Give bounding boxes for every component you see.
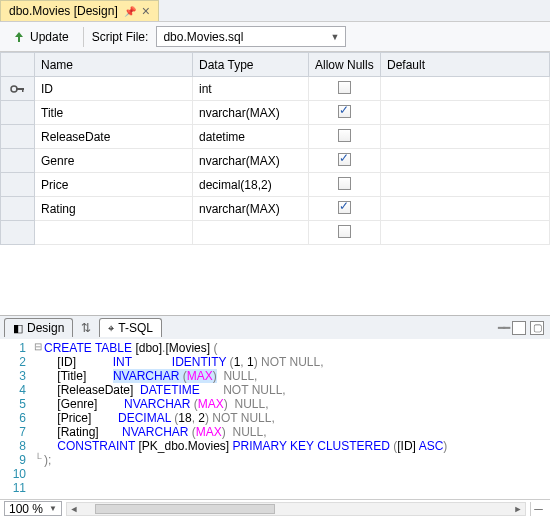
col-header-name[interactable]: Name <box>35 53 193 77</box>
checkbox[interactable] <box>338 225 351 238</box>
row-header-corner <box>1 53 35 77</box>
code-editor[interactable]: 1⊟CREATE TABLE [dbo].[Movies] ( 2 [ID] I… <box>0 339 550 499</box>
cell-default[interactable] <box>381 101 550 125</box>
cell-name[interactable]: Rating <box>35 197 193 221</box>
row-header[interactable] <box>1 77 35 101</box>
scroll-left-icon[interactable]: ◄ <box>67 504 81 514</box>
scroll-right-icon[interactable]: ► <box>511 504 525 514</box>
cell-default[interactable] <box>381 125 550 149</box>
bottom-tab-bar: ◧ Design ⇅ ⌖ T-SQL ━━ ▢ <box>0 315 550 339</box>
cell-default[interactable] <box>381 197 550 221</box>
separator <box>83 27 84 47</box>
tab-tsql-label: T-SQL <box>118 321 153 335</box>
grid-spacer <box>0 245 550 315</box>
checkbox[interactable] <box>338 177 351 190</box>
collapse-bar-icon[interactable]: ━━ <box>498 321 508 335</box>
cell-type[interactable]: nvarchar(MAX) <box>193 149 309 173</box>
grid-new-row[interactable] <box>1 221 550 245</box>
cell-nulls[interactable] <box>309 197 381 221</box>
columns-grid: Name Data Type Allow Nulls Default IDint… <box>0 52 550 245</box>
svg-rect-2 <box>22 88 24 92</box>
chevron-down-icon: ▼ <box>330 32 339 42</box>
cell-name[interactable]: Genre <box>35 149 193 173</box>
scroll-thumb[interactable] <box>95 504 275 514</box>
update-button[interactable]: Update <box>6 28 75 46</box>
script-file-dropdown[interactable]: dbo.Movies.sql ▼ <box>156 26 346 47</box>
checkbox[interactable] <box>338 201 351 214</box>
cell-type[interactable]: nvarchar(MAX) <box>193 101 309 125</box>
cell-nulls[interactable] <box>309 77 381 101</box>
cell-nulls[interactable] <box>309 101 381 125</box>
zoom-dropdown[interactable]: 100 % ▼ <box>4 501 62 516</box>
table-row[interactable]: Genrenvarchar(MAX) <box>1 149 550 173</box>
tab-design-label: Design <box>27 321 64 335</box>
row-header[interactable] <box>1 173 35 197</box>
row-header[interactable] <box>1 149 35 173</box>
maximize-icon[interactable]: ▢ <box>530 321 544 335</box>
cell-type[interactable]: nvarchar(MAX) <box>193 197 309 221</box>
cell-type[interactable]: decimal(18,2) <box>193 173 309 197</box>
row-header[interactable] <box>1 197 35 221</box>
script-file-label: Script File: <box>92 30 149 44</box>
table-row[interactable]: Ratingnvarchar(MAX) <box>1 197 550 221</box>
table-row[interactable]: IDint <box>1 77 550 101</box>
document-tab-bar: dbo.Movies [Design] 📌 × <box>0 0 550 22</box>
cell-name[interactable]: Price <box>35 173 193 197</box>
cell-default[interactable] <box>381 77 550 101</box>
close-icon[interactable]: × <box>142 4 150 18</box>
checkbox[interactable] <box>338 129 351 142</box>
table-row[interactable]: Titlenvarchar(MAX) <box>1 101 550 125</box>
chevron-down-icon: ▼ <box>49 504 57 513</box>
update-label: Update <box>30 30 69 44</box>
cell-nulls[interactable] <box>309 125 381 149</box>
col-header-default[interactable]: Default <box>381 53 550 77</box>
tsql-icon: ⌖ <box>108 322 114 335</box>
checkbox[interactable] <box>338 81 351 94</box>
status-bar: 100 % ▼ ◄ ► ─ <box>0 499 550 517</box>
row-header[interactable] <box>1 125 35 149</box>
split-icon[interactable]: ─ <box>530 502 546 516</box>
cell-type[interactable]: int <box>193 77 309 101</box>
script-file-value: dbo.Movies.sql <box>163 30 243 44</box>
cell-nulls[interactable] <box>309 173 381 197</box>
bottom-right-tools: ━━ ▢ <box>498 321 550 335</box>
table-row[interactable]: Pricedecimal(18,2) <box>1 173 550 197</box>
cell-name[interactable]: ID <box>35 77 193 101</box>
col-header-type[interactable]: Data Type <box>193 53 309 77</box>
col-header-nulls[interactable]: Allow Nulls <box>309 53 381 77</box>
document-tab[interactable]: dbo.Movies [Design] 📌 × <box>0 0 159 21</box>
horizontal-scrollbar[interactable]: ◄ ► <box>66 502 526 516</box>
cell-nulls[interactable] <box>309 149 381 173</box>
cell-name[interactable]: Title <box>35 101 193 125</box>
swap-icon[interactable]: ⇅ <box>75 321 97 335</box>
cell-default[interactable] <box>381 149 550 173</box>
row-header[interactable] <box>1 101 35 125</box>
zoom-value: 100 % <box>9 502 43 516</box>
cell-default[interactable] <box>381 173 550 197</box>
cell-type[interactable]: datetime <box>193 125 309 149</box>
document-tab-title: dbo.Movies [Design] <box>9 4 118 18</box>
update-icon <box>12 30 26 44</box>
toolbar: Update Script File: dbo.Movies.sql ▼ <box>0 22 550 52</box>
table-row[interactable]: ReleaseDatedatetime <box>1 125 550 149</box>
pin-icon[interactable]: 📌 <box>124 6 136 17</box>
checkbox[interactable] <box>338 105 351 118</box>
wrap-icon[interactable] <box>512 321 526 335</box>
grid-header-row: Name Data Type Allow Nulls Default <box>1 53 550 77</box>
design-icon: ◧ <box>13 322 23 335</box>
tab-design[interactable]: ◧ Design <box>4 318 73 337</box>
cell-name[interactable]: ReleaseDate <box>35 125 193 149</box>
tab-tsql[interactable]: ⌖ T-SQL <box>99 318 162 337</box>
checkbox[interactable] <box>338 153 351 166</box>
